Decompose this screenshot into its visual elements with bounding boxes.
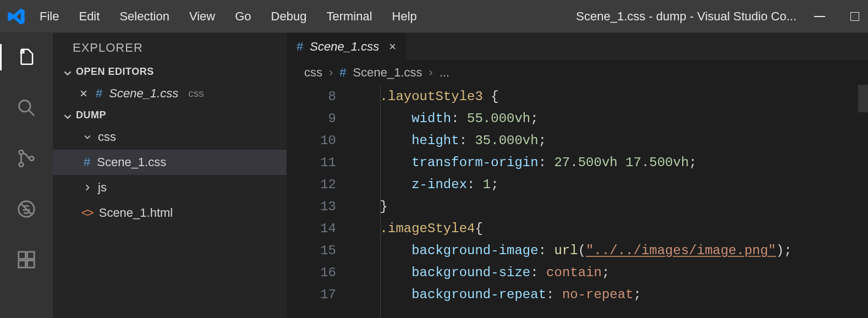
menu-terminal[interactable]: Terminal (326, 9, 372, 24)
title-bar: FileEditSelectionViewGoDebugTerminalHelp… (0, 0, 868, 33)
window-title: Scene_1.css - dump - Visual Studio Co... (576, 9, 796, 24)
svg-rect-8 (28, 252, 35, 259)
window-minimize-button[interactable] (812, 9, 827, 24)
tab-label: Scene_1.css (310, 40, 379, 54)
tab-scene1-css[interactable]: # Scene_1.css × (287, 33, 406, 61)
chevron-down-icon (64, 112, 72, 119)
css-file-icon: # (84, 155, 90, 169)
code-line[interactable]: background-image: url("../../images/imag… (348, 240, 868, 262)
css-file-icon: # (339, 65, 346, 80)
css-file-icon: # (96, 86, 102, 101)
code-line[interactable]: transform-origin: 27.500vh 17.500vh; (348, 152, 868, 174)
chevron-down-icon (84, 134, 91, 140)
svg-line-1 (29, 111, 35, 116)
menu-selection[interactable]: Selection (119, 9, 169, 24)
code-line[interactable]: background-size: contain; (348, 262, 868, 284)
breadcrumb[interactable]: css › # Scene_1.css › ... (287, 61, 868, 85)
css-file-icon: # (296, 40, 303, 54)
code-line[interactable]: .layoutStyle3 { (348, 86, 868, 108)
html-file-icon: <> (81, 206, 92, 220)
open-editor-item[interactable]: × # Scene_1.css css (53, 81, 287, 106)
folder-js[interactable]: js (53, 175, 287, 200)
svg-point-4 (30, 156, 34, 161)
folder-name: js (98, 180, 107, 195)
workspace-header[interactable]: DUMP (53, 106, 287, 124)
svg-point-2 (19, 150, 24, 155)
chevron-right-icon (84, 184, 91, 191)
folder-name: css (98, 130, 116, 144)
vscode-logo-icon (7, 7, 26, 26)
editor-tabs: # Scene_1.css × (287, 33, 868, 61)
file-name: Scene_1.html (99, 206, 173, 220)
svg-rect-7 (19, 252, 26, 259)
svg-point-0 (19, 101, 31, 112)
close-icon[interactable]: × (389, 40, 396, 54)
activity-search-icon[interactable] (13, 95, 40, 121)
line-number-gutter: 891011121314151617 (287, 85, 348, 318)
svg-rect-10 (28, 261, 35, 268)
file-scene1-css[interactable]: # Scene_1.css (53, 150, 287, 175)
activity-extensions-icon[interactable] (13, 246, 40, 273)
svg-rect-9 (19, 261, 26, 268)
menu-go[interactable]: Go (235, 9, 251, 24)
breadcrumb-folder[interactable]: css (304, 65, 322, 80)
code-line[interactable]: width: 55.000vh; (348, 108, 868, 130)
close-icon[interactable]: × (78, 86, 89, 101)
activity-explorer-icon[interactable] (13, 44, 40, 70)
editor-area: # Scene_1.css × css › # Scene_1.css › ..… (287, 33, 868, 318)
code-line[interactable]: height: 35.000vh; (348, 130, 868, 152)
explorer-sidebar: EXPLORER OPEN EDITORS × # Scene_1.css cs… (53, 33, 287, 318)
menu-debug[interactable]: Debug (271, 9, 307, 24)
code-editor[interactable]: 891011121314151617 .layoutStyle3 { width… (287, 85, 868, 318)
activity-bar (0, 33, 53, 318)
svg-point-3 (19, 162, 24, 167)
file-name: Scene_1.css (97, 155, 166, 169)
open-editor-name: Scene_1.css (109, 86, 178, 101)
sidebar-title: EXPLORER (53, 33, 287, 63)
code-lines[interactable]: .layoutStyle3 { width: 55.000vh; height:… (348, 85, 868, 318)
open-editor-folder: css (188, 87, 204, 100)
menu-help[interactable]: Help (392, 9, 417, 24)
chevron-down-icon (64, 68, 72, 76)
scrollbar-thumb[interactable] (858, 85, 868, 112)
breadcrumb-file[interactable]: Scene_1.css (353, 65, 422, 80)
code-line[interactable]: } (348, 196, 868, 218)
chevron-right-icon: › (429, 65, 433, 80)
menu-edit[interactable]: Edit (79, 9, 100, 24)
code-line[interactable]: background-repeat: no-repeat; (348, 284, 868, 306)
window-maximize-button[interactable] (847, 9, 862, 24)
breadcrumb-trail[interactable]: ... (440, 65, 449, 80)
menu-view[interactable]: View (189, 9, 215, 24)
code-line[interactable]: z-index: 1; (348, 174, 868, 196)
menu-bar: FileEditSelectionViewGoDebugTerminalHelp (40, 9, 417, 24)
open-editors-header[interactable]: OPEN EDITORS (53, 63, 287, 81)
activity-debug-icon[interactable] (13, 196, 40, 222)
menu-file[interactable]: File (40, 9, 59, 24)
activity-scm-icon[interactable] (13, 145, 40, 172)
workspace-label: DUMP (76, 109, 106, 121)
code-line[interactable]: .imageStyle4{ (348, 218, 868, 240)
folder-css[interactable]: css (53, 124, 287, 150)
chevron-right-icon: › (329, 65, 333, 80)
file-scene1-html[interactable]: <> Scene_1.html (53, 200, 287, 226)
window-controls (812, 9, 862, 24)
open-editors-label: OPEN EDITORS (76, 66, 154, 78)
